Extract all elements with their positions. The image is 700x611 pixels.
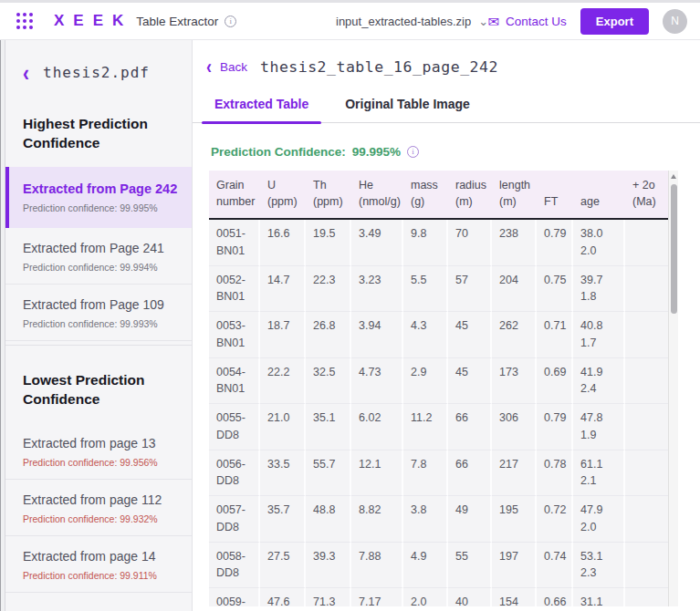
confidence-value: 99.995% bbox=[352, 145, 401, 159]
table-cell: 2.0 bbox=[403, 588, 448, 606]
table-cell bbox=[625, 588, 668, 606]
table-scrollbar[interactable] bbox=[668, 171, 678, 606]
table-cell bbox=[625, 496, 668, 543]
info-icon[interactable]: i bbox=[407, 146, 419, 158]
table-cell bbox=[625, 266, 668, 313]
confidence-label: Prediction Confidence: bbox=[211, 145, 346, 159]
column-header: radius (m) bbox=[448, 171, 492, 220]
topbar: XEEK Table Extractor i input_extracted-t… bbox=[0, 3, 700, 40]
contact-us-link[interactable]: ✉ Contact Us bbox=[487, 15, 566, 28]
table-cell: 18.7 bbox=[260, 312, 306, 358]
data-table-container: Grain numberU (ppm)Th (ppm)He (nmol/g)ma… bbox=[209, 171, 678, 606]
chevron-left-icon[interactable]: ‹ bbox=[23, 61, 29, 84]
table-cell: 195 bbox=[492, 496, 537, 543]
table-cell: 11.2 bbox=[403, 404, 448, 450]
table-cell: 55 bbox=[448, 543, 492, 589]
table-cell bbox=[625, 312, 668, 358]
table-cell: 4.3 bbox=[403, 312, 448, 358]
table-cell: 3.23 bbox=[351, 266, 403, 313]
logo[interactable]: XEEK bbox=[54, 12, 132, 30]
table-header-row: Grain numberU (ppm)Th (ppm)He (nmol/g)ma… bbox=[209, 171, 668, 220]
table-cell: 27.5 bbox=[260, 543, 306, 589]
table-cell: 71.3 bbox=[306, 588, 351, 606]
table-cell: 4.9 bbox=[403, 543, 448, 589]
scroll-up-arrow-icon[interactable] bbox=[671, 174, 676, 179]
column-header: age bbox=[573, 171, 625, 220]
sidebar-item-confidence: Prediction confidence: 99.911% bbox=[23, 570, 179, 581]
table-cell: 53.1 2.3 bbox=[573, 543, 625, 589]
sidebar-item-page-112[interactable]: Extracted from page 112 Prediction confi… bbox=[5, 480, 192, 536]
table-cell: 48.8 bbox=[306, 496, 351, 543]
back-button[interactable]: Back bbox=[220, 60, 247, 74]
table-cell: 8.82 bbox=[351, 496, 403, 543]
chevron-left-icon[interactable]: ‹ bbox=[206, 57, 212, 78]
table-cell: 5.5 bbox=[403, 266, 448, 313]
scrollbar-thumb[interactable] bbox=[671, 184, 677, 314]
table-cell: 2.9 bbox=[403, 358, 448, 405]
table-cell: 0.66 bbox=[537, 588, 573, 606]
sidebar-item-title: Extracted from Page 242 bbox=[23, 181, 179, 196]
table-row: 0053- BN0118.726.83.944.3452620.7140.8 1… bbox=[209, 312, 668, 358]
table-cell: 0056- DD8 bbox=[209, 450, 260, 497]
apps-grid-icon[interactable] bbox=[16, 13, 34, 30]
table-cell bbox=[625, 543, 668, 589]
sidebar-item-title: Extracted from page 13 bbox=[23, 436, 179, 450]
table-cell: 173 bbox=[492, 358, 537, 405]
export-button[interactable]: Export bbox=[580, 8, 649, 35]
sidebar-item-page-14[interactable]: Extracted from page 14 Prediction confid… bbox=[5, 536, 192, 593]
table-cell: 238 bbox=[492, 220, 537, 266]
table-cell: 45 bbox=[448, 358, 492, 405]
sidebar-item-page-241[interactable]: Extracted from Page 241 Prediction confi… bbox=[5, 228, 192, 285]
table-cell: 0051- BN01 bbox=[209, 220, 260, 266]
table-cell: 0.78 bbox=[537, 450, 573, 497]
table-cell: 7.17 bbox=[351, 588, 403, 606]
sidebar-back-file[interactable]: ‹ thesis2.pdf bbox=[5, 40, 192, 93]
chevron-down-icon: ⌄ bbox=[478, 16, 488, 27]
table-cell: 40.8 1.7 bbox=[573, 312, 625, 358]
table-body: 0051- BN0116.619.53.499.8702380.7938.0 2… bbox=[209, 220, 668, 606]
table-cell: 21.0 bbox=[260, 404, 306, 450]
file-menu[interactable]: input_extracted-tables.zip ⌄ bbox=[336, 3, 488, 39]
tab-extracted-table[interactable]: Extracted Table bbox=[202, 97, 321, 122]
table-cell: 32.5 bbox=[306, 358, 351, 405]
table-cell: 0054- BN01 bbox=[209, 358, 260, 405]
sidebar-item-page-242[interactable]: Extracted from Page 242 Prediction confi… bbox=[5, 167, 192, 228]
table-cell bbox=[625, 404, 668, 450]
tab-original-table-image[interactable]: Original Table Image bbox=[332, 97, 483, 122]
column-header: Th (ppm) bbox=[306, 171, 351, 220]
app-name-wrap: Table Extractor i bbox=[136, 15, 236, 28]
table-row: 0052- BN0114.722.33.235.5572040.7539.7 1… bbox=[209, 266, 668, 313]
info-icon[interactable]: i bbox=[225, 16, 236, 27]
table-row: 0051- BN0116.619.53.499.8702380.7938.0 2… bbox=[209, 220, 668, 266]
table-cell: 4.73 bbox=[351, 358, 403, 405]
table-cell: 217 bbox=[492, 450, 537, 497]
table-cell: 0053- BN01 bbox=[209, 312, 260, 358]
table-cell bbox=[625, 358, 668, 405]
avatar[interactable]: N bbox=[663, 9, 687, 34]
table-cell: 33.5 bbox=[260, 450, 306, 497]
table-cell: 0052- BN01 bbox=[209, 266, 260, 313]
table-cell: 70 bbox=[448, 220, 492, 266]
table-cell: 61.1 2.1 bbox=[573, 450, 625, 497]
table-cell: 306 bbox=[492, 404, 537, 450]
file-name: thesis2.pdf bbox=[43, 64, 150, 81]
table-cell: 66 bbox=[448, 450, 492, 497]
table-cell: 0059- SE04 bbox=[209, 588, 260, 606]
mail-icon: ✉ bbox=[487, 15, 499, 28]
table-row: 0058- DD827.539.37.884.9551970.7453.1 2.… bbox=[209, 543, 668, 589]
sidebar-item-page-109[interactable]: Extracted from Page 109 Prediction confi… bbox=[5, 285, 192, 341]
table-cell: 57 bbox=[448, 266, 492, 313]
table-cell: 9.8 bbox=[403, 220, 448, 266]
sidebar-item-page-13[interactable]: Extracted from page 13 Prediction confid… bbox=[5, 423, 192, 480]
topbar-right: ✉ Contact Us Export N bbox=[487, 8, 687, 35]
table-cell: 31.1 1.4 bbox=[573, 588, 625, 606]
section-heading-highest: Highest Prediction Confidence bbox=[5, 93, 192, 167]
sidebar: ‹ thesis2.pdf Highest Prediction Confide… bbox=[0, 40, 193, 611]
table-cell: 55.7 bbox=[306, 450, 351, 497]
table-cell: 35.7 bbox=[260, 496, 306, 543]
table-cell: 0.79 bbox=[537, 404, 573, 450]
tabs: Extracted Table Original Table Image bbox=[193, 97, 700, 123]
table-cell: 38.0 2.0 bbox=[573, 220, 625, 266]
table-cell: 0.75 bbox=[537, 266, 573, 313]
page-title: thesis2_table_16_page_242 bbox=[260, 58, 498, 76]
